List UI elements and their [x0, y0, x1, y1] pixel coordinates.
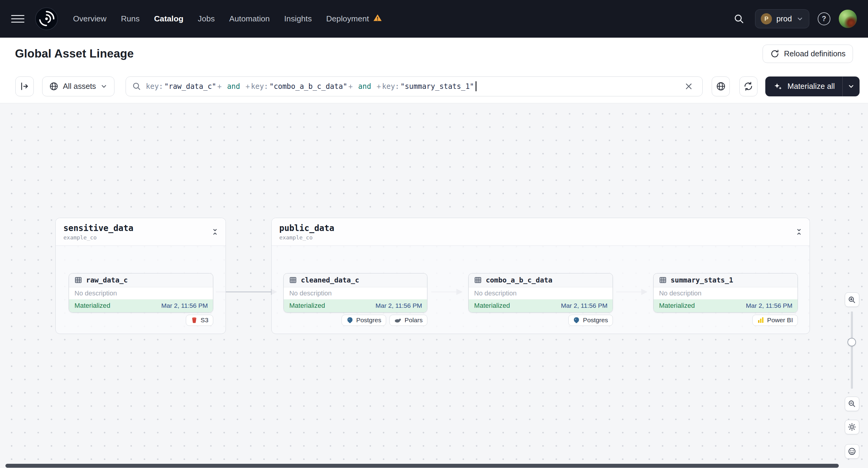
text-cursor — [475, 81, 476, 91]
query-token: + — [217, 82, 222, 91]
query-token: key: — [146, 82, 163, 91]
materialize-options-caret[interactable] — [842, 76, 860, 96]
table-icon — [74, 276, 82, 284]
query-token: key: — [382, 82, 399, 91]
materialization-timestamp[interactable]: Mar 2, 11:56 PM — [376, 302, 422, 309]
asset-name: combo_a_b_c_data — [486, 276, 552, 284]
asset-tags: Power BI — [653, 315, 798, 326]
lineage-canvas[interactable]: sensitive_data example_co public_data ex… — [0, 103, 868, 468]
tag-chip-polars[interactable]: Polars — [390, 315, 427, 326]
asset-status-bar: Materialized Mar 2, 11:56 PM — [654, 299, 798, 312]
nav-item-overview[interactable]: Overview — [73, 14, 106, 24]
tag-chip-postgres[interactable]: Postgres — [568, 315, 613, 326]
deployment-name: prod — [776, 14, 792, 23]
asset-status-bar: Materialized Mar 2, 11:56 PM — [284, 299, 427, 312]
search-icon[interactable] — [731, 11, 747, 27]
nav-item-automation[interactable]: Automation — [229, 14, 270, 24]
page-header: Global Asset Lineage Reload definitions — [0, 38, 868, 70]
nav-item-runs[interactable]: Runs — [121, 14, 140, 24]
materialization-timestamp[interactable]: Mar 2, 11:56 PM — [746, 302, 793, 309]
s3-icon — [191, 316, 198, 324]
zoom-out-button[interactable] — [845, 397, 859, 411]
help-icon[interactable]: ? — [818, 12, 830, 25]
gear-icon — [848, 423, 856, 431]
feedback-button[interactable] — [845, 444, 859, 459]
globe-icon — [716, 81, 726, 91]
query-token: + — [348, 82, 353, 91]
asset-node-combo-a-b-c-data[interactable]: combo_a_b_c_data No description Material… — [468, 273, 613, 313]
graph-settings-button[interactable] — [845, 420, 859, 434]
top-nav: Overview Runs Catalog Jobs Automation In… — [0, 0, 868, 38]
chevron-down-icon — [796, 15, 804, 23]
nav-item-insights[interactable]: Insights — [284, 14, 312, 24]
table-icon — [289, 276, 297, 284]
clear-search-icon[interactable] — [684, 81, 696, 92]
smiley-icon — [848, 447, 856, 456]
asset-card-header: summary_stats_1 — [654, 274, 798, 287]
group-org-label: example_co — [279, 234, 802, 241]
asset-selection-input[interactable]: key: "raw_data_c" + and + key: "combo_a_… — [126, 76, 703, 96]
asset-filter-dropdown[interactable]: All assets — [42, 76, 115, 96]
group-org-label: example_co — [64, 234, 218, 241]
zoom-slider-track[interactable] — [851, 311, 853, 389]
graph-view-button[interactable] — [712, 76, 730, 96]
postgres-icon — [573, 316, 580, 324]
asset-status-bar: Materialized Mar 2, 11:56 PM — [469, 299, 613, 312]
materialize-all-button-group: Materialize all — [765, 76, 860, 96]
asset-description: No description — [469, 287, 613, 300]
deployment-initial-badge: P — [761, 13, 772, 24]
nav-item-deployment[interactable]: Deployment — [326, 13, 382, 24]
panel-open-icon — [20, 81, 30, 91]
asset-tags: S3 — [69, 315, 213, 326]
sparkle-icon — [773, 82, 782, 91]
page-title: Global Asset Lineage — [15, 47, 134, 60]
tag-chip-s3[interactable]: S3 — [186, 315, 213, 326]
powerbi-icon — [757, 316, 765, 324]
horizontal-scrollbar[interactable] — [5, 464, 838, 468]
collapse-group-icon[interactable] — [210, 226, 221, 238]
query-token: + — [245, 82, 250, 91]
tag-chip-postgres[interactable]: Postgres — [342, 315, 386, 326]
table-icon — [474, 276, 482, 284]
asset-name: cleaned_data_c — [301, 276, 359, 284]
query-token: + — [376, 82, 381, 91]
table-icon — [659, 276, 667, 284]
query-token: "combo_a_b_c_data" — [269, 82, 347, 91]
asset-node-summary-stats-1[interactable]: summary_stats_1 No description Materiali… — [653, 273, 798, 313]
materialization-timestamp[interactable]: Mar 2, 11:56 PM — [561, 302, 608, 309]
asset-status-bar: Materialized Mar 2, 11:56 PM — [69, 299, 213, 312]
asset-card-header: raw_data_c — [69, 274, 213, 287]
materialize-all-button[interactable]: Materialize all — [765, 76, 842, 96]
asset-node-cleaned-data-c[interactable]: cleaned_data_c No description Materializ… — [283, 273, 427, 313]
asset-description: No description — [69, 287, 213, 300]
reload-definitions-button[interactable]: Reload definitions — [763, 44, 853, 63]
collapse-group-icon[interactable] — [794, 226, 805, 238]
status-badge: Materialized — [74, 302, 110, 310]
hamburger-menu-icon[interactable] — [11, 12, 24, 25]
deployment-switcher[interactable]: P prod — [755, 9, 809, 28]
status-badge: Materialized — [659, 302, 695, 310]
polars-icon — [394, 316, 402, 324]
user-avatar[interactable] — [839, 10, 857, 28]
asset-description: No description — [284, 287, 427, 300]
query-token: "raw_data_c" — [164, 82, 216, 91]
materialization-timestamp[interactable]: Mar 2, 11:56 PM — [161, 302, 208, 309]
zoom-slider-handle[interactable] — [847, 338, 856, 346]
group-name: public_data — [279, 223, 802, 233]
nav-links: Overview Runs Catalog Jobs Automation In… — [73, 13, 382, 24]
nav-item-catalog[interactable]: Catalog — [154, 14, 183, 24]
toggle-side-panel-button[interactable] — [16, 76, 34, 96]
query-token: "summary_stats_1" — [401, 82, 474, 91]
asset-node-raw-data-c[interactable]: raw_data_c No description Materialized M… — [69, 273, 213, 313]
asset-card-header: cleaned_data_c — [284, 274, 427, 287]
tag-chip-powerbi[interactable]: Power BI — [752, 315, 798, 326]
asset-tags: Postgres Polars — [283, 315, 427, 326]
zoom-in-button[interactable] — [845, 292, 859, 307]
globe-icon — [49, 82, 58, 91]
nav-item-jobs[interactable]: Jobs — [198, 14, 215, 24]
refresh-button[interactable] — [739, 76, 758, 96]
asset-name: summary_stats_1 — [671, 276, 733, 284]
asset-description: No description — [654, 287, 798, 300]
dagster-logo[interactable] — [34, 7, 59, 31]
lineage-toolbar: All assets key: "raw_data_c" + and + key… — [16, 76, 860, 96]
